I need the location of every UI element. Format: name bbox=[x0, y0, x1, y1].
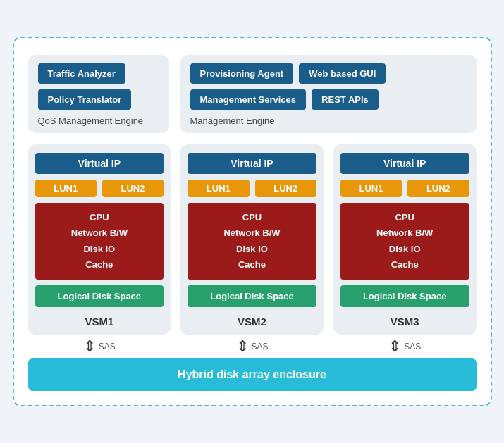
management-services-button[interactable]: Management Services bbox=[190, 89, 307, 110]
vsm-row: Virtual IP LUN1 LUN2 CPU Network B/W Dis… bbox=[28, 144, 477, 334]
main-diagram: Traffic Analyzer Policy Translator QoS M… bbox=[13, 37, 492, 406]
vsm1-cpu-line4: Cache bbox=[85, 259, 113, 270]
vsm3-label: VSM3 bbox=[391, 316, 419, 327]
vsm1-cpu-line2: Network B/W bbox=[71, 227, 128, 238]
vsm3-cpu-box: CPU Network B/W Disk IO Cache bbox=[340, 203, 469, 279]
vsm1-cpu-line1: CPU bbox=[90, 212, 109, 223]
vsm1-disk-space[interactable]: Logical Disk Space bbox=[35, 285, 164, 307]
vsm2-cpu-line1: CPU bbox=[242, 212, 262, 223]
vsm3-sas-cell: ⇕ SAS bbox=[333, 339, 477, 354]
vsm2-lun1[interactable]: LUN1 bbox=[188, 180, 249, 197]
vsm2-cpu-line3: Disk IO bbox=[236, 244, 268, 254]
vsm3-sas-label: SAS bbox=[404, 342, 421, 351]
vsm1-lun-row: LUN1 LUN2 bbox=[35, 180, 164, 197]
vsm2-cpu-line2: Network B/W bbox=[223, 227, 280, 238]
vsm2-sas-cell: ⇕ SAS bbox=[180, 339, 324, 354]
mgmt-engine-box: Provisioning Agent Web based GUI Managem… bbox=[180, 55, 477, 133]
vsm1-virtual-ip: Virtual IP bbox=[35, 153, 164, 174]
vsm2-cpu-box: CPU Network B/W Disk IO Cache bbox=[188, 203, 316, 279]
qos-engine-box: Traffic Analyzer Policy Translator QoS M… bbox=[28, 55, 169, 133]
vsm2-label: VSM2 bbox=[238, 316, 266, 327]
vsm1-block: Virtual IP LUN1 LUN2 CPU Network B/W Dis… bbox=[28, 144, 171, 334]
qos-engine-label: QoS Management Engine bbox=[38, 116, 159, 126]
vsm3-block: Virtual IP LUN1 LUN2 CPU Network B/W Dis… bbox=[333, 144, 477, 334]
vsm3-lun-row: LUN1 LUN2 bbox=[340, 180, 469, 197]
vsm2-cpu-line4: Cache bbox=[238, 259, 266, 270]
vsm1-sas-arrow-icon: ⇕ bbox=[83, 339, 96, 354]
vsm3-cpu-line4: Cache bbox=[391, 259, 419, 270]
vsm2-lun-row: LUN1 LUN2 bbox=[188, 180, 316, 197]
web-based-gui-button[interactable]: Web based GUI bbox=[299, 63, 386, 84]
provisioning-agent-button[interactable]: Provisioning Agent bbox=[190, 63, 294, 84]
vsm1-sas-cell: ⇕ SAS bbox=[28, 339, 171, 354]
policy-translator-button[interactable]: Policy Translator bbox=[38, 89, 132, 110]
vsm2-disk-space[interactable]: Logical Disk Space bbox=[188, 285, 316, 307]
vsm3-cpu-line2: Network B/W bbox=[376, 227, 433, 238]
mgmt-engine-label: Management Engine bbox=[190, 116, 467, 126]
vsm2-lun2[interactable]: LUN2 bbox=[255, 180, 316, 197]
vsm1-lun1[interactable]: LUN1 bbox=[35, 180, 97, 197]
vsm1-label: VSM1 bbox=[85, 316, 113, 327]
vsm1-cpu-line3: Disk IO bbox=[83, 244, 115, 254]
rest-apis-button[interactable]: REST APIs bbox=[312, 89, 379, 110]
vsm1-sas-label: SAS bbox=[99, 342, 116, 351]
vsm3-sas-arrow-icon: ⇕ bbox=[388, 339, 401, 354]
vsm3-virtual-ip: Virtual IP bbox=[340, 153, 469, 174]
vsm2-sas-arrow-icon: ⇕ bbox=[236, 339, 249, 354]
vsm3-cpu-line1: CPU bbox=[395, 212, 414, 223]
mgmt-buttons: Provisioning Agent Web based GUI Managem… bbox=[190, 63, 467, 110]
vsm3-disk-space[interactable]: Logical Disk Space bbox=[340, 285, 469, 307]
vsm1-lun2[interactable]: LUN2 bbox=[102, 180, 164, 197]
vsm1-cpu-box: CPU Network B/W Disk IO Cache bbox=[35, 203, 164, 279]
vsm2-sas-label: SAS bbox=[252, 342, 269, 351]
vsm3-lun2[interactable]: LUN2 bbox=[407, 180, 469, 197]
vsm3-lun1[interactable]: LUN1 bbox=[340, 180, 402, 197]
hybrid-disk-bar: Hybrid disk array enclosure bbox=[28, 358, 477, 391]
vsm2-virtual-ip: Virtual IP bbox=[188, 153, 316, 174]
qos-buttons: Traffic Analyzer Policy Translator bbox=[38, 63, 159, 110]
vsm2-block: Virtual IP LUN1 LUN2 CPU Network B/W Dis… bbox=[180, 144, 324, 334]
top-engines-row: Traffic Analyzer Policy Translator QoS M… bbox=[28, 55, 477, 133]
sas-row: ⇕ SAS ⇕ SAS ⇕ SAS bbox=[28, 339, 477, 354]
vsm3-cpu-line3: Disk IO bbox=[389, 244, 421, 254]
traffic-analyzer-button[interactable]: Traffic Analyzer bbox=[38, 63, 125, 84]
